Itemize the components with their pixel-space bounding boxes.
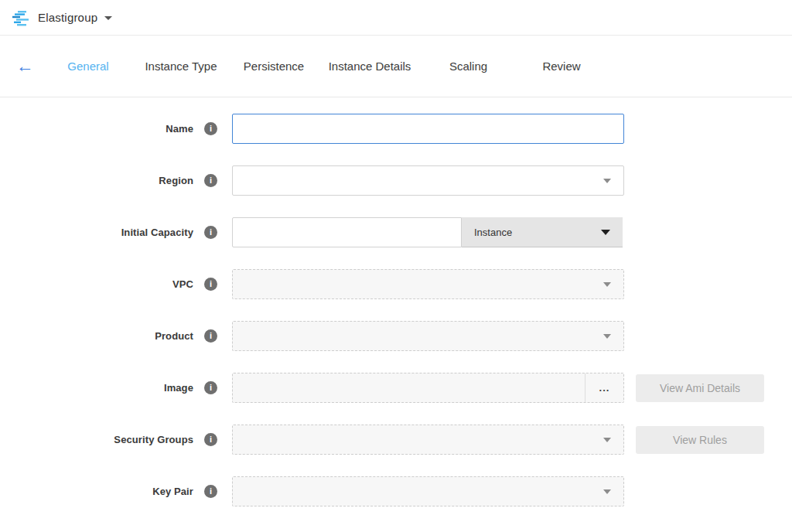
top-bar: Elastigroup bbox=[0, 0, 792, 36]
vpc-select[interactable] bbox=[232, 269, 624, 299]
image-picker-field[interactable]: ... bbox=[232, 373, 624, 403]
form-row-product: Product i bbox=[0, 321, 792, 351]
security-groups-label: Security Groups bbox=[114, 434, 193, 445]
info-icon[interactable]: i bbox=[204, 278, 217, 291]
form-row-region: Region i bbox=[0, 165, 792, 196]
chevron-down-icon bbox=[601, 230, 610, 235]
elastigroup-logo-icon bbox=[12, 9, 30, 27]
app-title: Elastigroup bbox=[38, 11, 97, 24]
capacity-unit-value: Instance bbox=[462, 227, 512, 238]
form-row-vpc: VPC i bbox=[0, 269, 792, 299]
wizard-tab-bar: ← General Instance Type Persistence Inst… bbox=[0, 36, 792, 97]
chevron-down-icon bbox=[603, 179, 611, 183]
region-select[interactable] bbox=[232, 165, 624, 196]
tab-persistence[interactable]: Persistence bbox=[227, 60, 320, 73]
key-pair-label: Key Pair bbox=[152, 486, 193, 497]
initial-capacity-input[interactable] bbox=[232, 217, 462, 247]
chevron-down-icon bbox=[603, 282, 611, 287]
info-icon[interactable]: i bbox=[204, 226, 217, 239]
form-row-name: Name i bbox=[0, 114, 792, 144]
general-form: Name i Region i Initial Capacity i Insta… bbox=[0, 97, 792, 506]
initial-capacity-label: Initial Capacity bbox=[121, 227, 193, 238]
info-icon[interactable]: i bbox=[204, 381, 217, 394]
security-groups-select[interactable] bbox=[232, 425, 624, 455]
product-label: Product bbox=[155, 330, 193, 342]
tab-instance-type[interactable]: Instance Type bbox=[135, 60, 227, 73]
form-row-image: Image i ... View Ami Details bbox=[0, 373, 792, 403]
chevron-down-icon bbox=[603, 334, 611, 339]
form-row-security-groups: Security Groups i View Rules bbox=[0, 425, 792, 455]
vpc-label: VPC bbox=[172, 278, 193, 290]
info-icon[interactable]: i bbox=[204, 174, 217, 187]
ellipsis-icon: ... bbox=[599, 386, 610, 390]
tab-review[interactable]: Review bbox=[517, 60, 606, 73]
tab-instance-details[interactable]: Instance Details bbox=[320, 60, 419, 73]
info-icon[interactable]: i bbox=[204, 433, 217, 446]
region-label: Region bbox=[159, 175, 193, 186]
info-icon[interactable]: i bbox=[204, 122, 217, 135]
capacity-unit-select[interactable]: Instance bbox=[462, 217, 623, 247]
back-arrow-icon[interactable]: ← bbox=[15, 56, 34, 77]
tab-scaling[interactable]: Scaling bbox=[419, 60, 517, 73]
tab-general[interactable]: General bbox=[42, 60, 135, 73]
info-icon[interactable]: i bbox=[204, 485, 217, 498]
chevron-down-icon bbox=[603, 438, 611, 442]
view-ami-details-button[interactable]: View Ami Details bbox=[636, 374, 764, 402]
key-pair-select[interactable] bbox=[232, 476, 624, 506]
form-row-key-pair: Key Pair i bbox=[0, 476, 792, 506]
browse-image-button[interactable]: ... bbox=[585, 373, 623, 402]
image-label: Image bbox=[164, 382, 193, 394]
app-switcher-caret-icon[interactable] bbox=[104, 16, 112, 20]
info-icon[interactable]: i bbox=[204, 329, 217, 343]
view-rules-button[interactable]: View Rules bbox=[636, 426, 764, 454]
name-label: Name bbox=[166, 123, 193, 135]
chevron-down-icon bbox=[603, 489, 611, 494]
form-row-initial-capacity: Initial Capacity i Instance bbox=[0, 217, 792, 247]
product-select[interactable] bbox=[232, 321, 624, 351]
name-input[interactable] bbox=[232, 114, 624, 144]
